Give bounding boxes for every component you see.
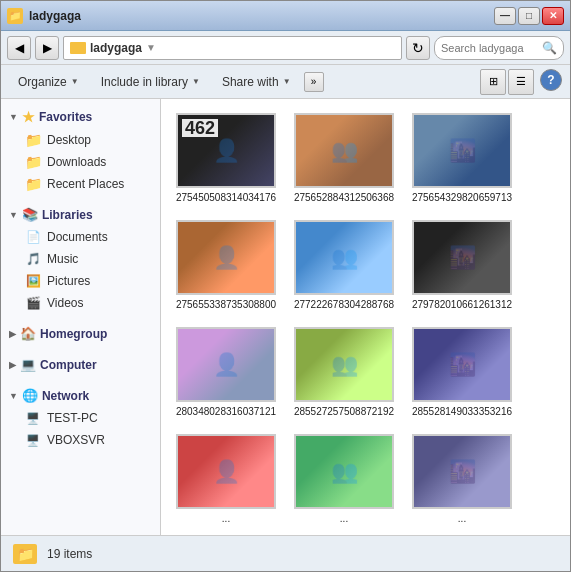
sidebar-section-favorites[interactable]: ▼ ★ Favorites (1, 105, 160, 129)
sidebar-item-documents[interactable]: 📄 Documents (1, 226, 160, 248)
sidebar-item-videos[interactable]: 🎬 Videos (1, 292, 160, 314)
back-button[interactable]: ◀ (7, 36, 31, 60)
content-area: 462👤275450508314034176👥27565288431250636… (161, 99, 570, 535)
file-item[interactable]: 🌆275654329820659713 (407, 109, 517, 208)
include-library-arrow: ▼ (192, 77, 200, 86)
pictures-icon: 🖼️ (25, 273, 41, 289)
title-bar-left: 📁 ladygaga (7, 8, 81, 24)
maximize-button[interactable]: □ (518, 7, 540, 25)
view-large-icons[interactable]: ⊞ (480, 69, 506, 95)
file-thumbnail: 👤 (178, 436, 274, 507)
file-label: ... (222, 512, 230, 525)
title-bar: 📁 ladygaga — □ ✕ (1, 1, 570, 31)
sidebar-item-test-pc[interactable]: 🖥️ TEST-PC (1, 407, 160, 429)
view-buttons: ⊞ ☰ ? (480, 69, 562, 95)
file-item[interactable]: 🌆... (407, 430, 517, 529)
computer-label: Computer (40, 358, 97, 372)
homegroup-icon: 🏠 (20, 326, 36, 341)
sidebar-section-network[interactable]: ▼ 🌐 Network (1, 384, 160, 407)
libraries-arrow: ▼ (9, 210, 18, 220)
network-icon: 🌐 (22, 388, 38, 403)
file-thumbnail: 🌆 (414, 436, 510, 507)
file-item[interactable]: 462👤275450508314034176 (171, 109, 281, 208)
sidebar-item-downloads[interactable]: 📁 Downloads (1, 151, 160, 173)
address-bar: ◀ ▶ ladygaga ▼ ↻ 🔍 (1, 31, 570, 65)
file-thumbnail: 🌆 (414, 222, 510, 293)
breadcrumb-arrow: ▼ (146, 42, 156, 53)
file-item[interactable]: 👤280348028316037121 (171, 323, 281, 422)
help-button[interactable]: ? (540, 69, 562, 91)
file-label: 285528149033353216 (412, 405, 512, 418)
file-item[interactable]: 🌆279782010661261312 (407, 216, 517, 315)
file-label: ... (458, 512, 466, 525)
favorites-star-icon: ★ (22, 109, 35, 125)
homegroup-label: Homegroup (40, 327, 107, 341)
homegroup-arrow: ▶ (9, 329, 16, 339)
breadcrumb-text: ladygaga (90, 41, 142, 55)
file-item[interactable]: 👥275652884312506368 (289, 109, 399, 208)
desktop-label: Desktop (47, 133, 91, 147)
file-label: 277222678304288768 (294, 298, 394, 311)
test-pc-label: TEST-PC (47, 411, 98, 425)
file-item[interactable]: 👤... (171, 430, 281, 529)
file-label: 279782010661261312 (412, 298, 512, 311)
file-label: 285527257508872192 (294, 405, 394, 418)
breadcrumb-folder-icon (70, 42, 86, 54)
file-thumbnail: 👥 (296, 436, 392, 507)
search-input[interactable] (441, 42, 538, 54)
file-thumbnail: 👤 (178, 329, 274, 400)
sidebar-section-homegroup[interactable]: ▶ 🏠 Homegroup (1, 322, 160, 345)
main-area: ▼ ★ Favorites 📁 Desktop 📁 Downloads 📁 Re… (1, 99, 570, 535)
sidebar-section-libraries[interactable]: ▼ 📚 Libraries (1, 203, 160, 226)
sidebar-item-desktop[interactable]: 📁 Desktop (1, 129, 160, 151)
music-icon: 🎵 (25, 251, 41, 267)
file-item[interactable]: 👥277222678304288768 (289, 216, 399, 315)
pictures-label: Pictures (47, 274, 90, 288)
more-button[interactable]: » (304, 72, 324, 92)
breadcrumb[interactable]: ladygaga ▼ (63, 36, 402, 60)
forward-button[interactable]: ▶ (35, 36, 59, 60)
file-label: ... (340, 512, 348, 525)
organize-button[interactable]: Organize ▼ (9, 69, 88, 95)
file-thumbnail: 👤 (178, 115, 274, 186)
file-item[interactable]: 🌆285528149033353216 (407, 323, 517, 422)
close-button[interactable]: ✕ (542, 7, 564, 25)
favorites-label: Favorites (39, 110, 92, 124)
toolbar: Organize ▼ Include in library ▼ Share wi… (1, 65, 570, 99)
vboxsvr-icon: 🖥️ (25, 432, 41, 448)
sidebar-item-music[interactable]: 🎵 Music (1, 248, 160, 270)
title-folder-icon: 📁 (7, 8, 23, 24)
status-folder-icon: 📁 (13, 544, 37, 564)
libraries-icon: 📚 (22, 207, 38, 222)
organize-arrow: ▼ (71, 77, 79, 86)
file-label: 275450508314034176 (176, 191, 276, 204)
videos-label: Videos (47, 296, 83, 310)
view-details[interactable]: ☰ (508, 69, 534, 95)
file-thumbnail: 👥 (296, 329, 392, 400)
file-thumbnail: 👥 (296, 115, 392, 186)
file-item[interactable]: 👥... (289, 430, 399, 529)
libraries-label: Libraries (42, 208, 93, 222)
file-label: 275652884312506368 (294, 191, 394, 204)
minimize-button[interactable]: — (494, 7, 516, 25)
window-controls: — □ ✕ (494, 7, 564, 25)
recent-places-icon: 📁 (25, 176, 41, 192)
network-label: Network (42, 389, 89, 403)
refresh-button[interactable]: ↻ (406, 36, 430, 60)
file-item[interactable]: 👥285527257508872192 (289, 323, 399, 422)
computer-icon: 💻 (20, 357, 36, 372)
sidebar-item-vboxsvr[interactable]: 🖥️ VBOXSVR (1, 429, 160, 451)
computer-arrow: ▶ (9, 360, 16, 370)
desktop-icon: 📁 (25, 132, 41, 148)
include-library-button[interactable]: Include in library ▼ (92, 69, 209, 95)
sidebar: ▼ ★ Favorites 📁 Desktop 📁 Downloads 📁 Re… (1, 99, 161, 535)
file-item[interactable]: 👤275655338735308800 (171, 216, 281, 315)
status-item-count: 19 items (47, 547, 92, 561)
share-with-button[interactable]: Share with ▼ (213, 69, 300, 95)
sidebar-item-pictures[interactable]: 🖼️ Pictures (1, 270, 160, 292)
videos-icon: 🎬 (25, 295, 41, 311)
sidebar-item-recent-places[interactable]: 📁 Recent Places (1, 173, 160, 195)
sidebar-section-computer[interactable]: ▶ 💻 Computer (1, 353, 160, 376)
downloads-label: Downloads (47, 155, 106, 169)
search-box[interactable]: 🔍 (434, 36, 564, 60)
